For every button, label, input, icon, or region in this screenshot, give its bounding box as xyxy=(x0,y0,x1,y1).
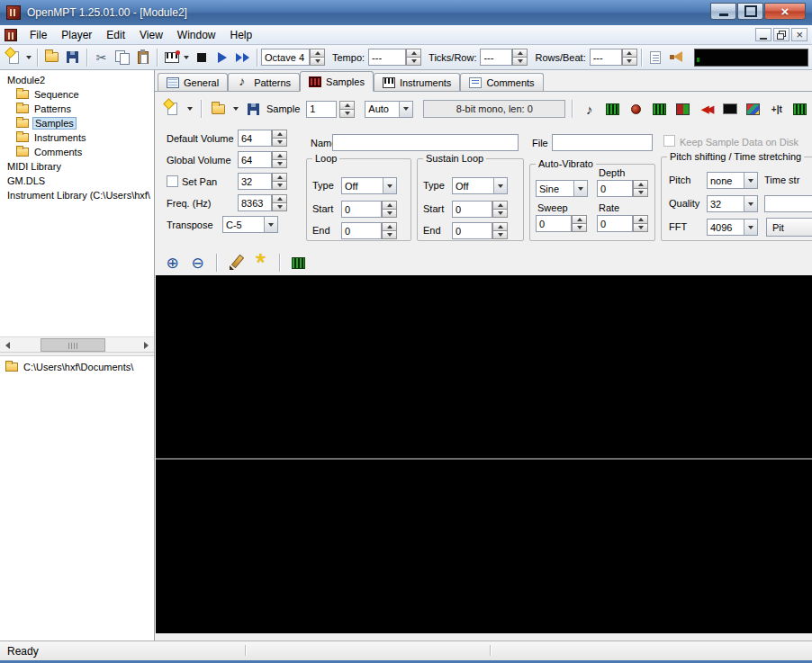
mix-button[interactable] xyxy=(672,99,693,120)
rewind-button[interactable] xyxy=(696,99,717,120)
draw-button[interactable] xyxy=(225,253,246,273)
set-pan-checkbox[interactable] xyxy=(167,175,178,187)
mdi-minimize-button[interactable] xyxy=(755,28,771,41)
rows-per-beat-spinner[interactable] xyxy=(622,49,637,66)
menu-file[interactable]: File xyxy=(23,26,54,44)
scroll-right-arrow[interactable] xyxy=(139,337,154,353)
vibrato-sweep-spinner[interactable] xyxy=(572,215,587,232)
menu-view[interactable]: View xyxy=(132,26,170,44)
cut-button[interactable] xyxy=(91,47,112,67)
open-sample-button[interactable] xyxy=(208,99,229,120)
sustain-type-select[interactable]: Off xyxy=(452,177,508,194)
sample-number-spinner[interactable] xyxy=(339,101,355,118)
quality-select[interactable]: 32 xyxy=(707,195,758,212)
vibrato-rate-input[interactable]: 0 xyxy=(597,215,633,232)
vibrato-depth-spinner[interactable] xyxy=(633,180,648,197)
pan-spinner[interactable] xyxy=(272,173,287,190)
mdi-document-icon[interactable] xyxy=(5,29,17,41)
mdi-close-button[interactable] xyxy=(791,28,807,41)
fft-select[interactable]: 4096 xyxy=(707,219,758,236)
global-volume-input[interactable]: 64 xyxy=(238,151,272,168)
loop-start-input[interactable]: 0 xyxy=(341,201,382,218)
tree-horizontal-scrollbar[interactable] xyxy=(0,336,154,352)
new-file-dropdown[interactable] xyxy=(24,47,33,67)
vibrato-rate-spinner[interactable] xyxy=(633,215,648,232)
tree-item-samples[interactable]: Samples xyxy=(0,116,153,130)
sample-number-input[interactable]: 1 xyxy=(306,101,337,118)
sample-file-input[interactable] xyxy=(552,134,653,151)
menu-help[interactable]: Help xyxy=(223,26,260,44)
vibrato-sweep-input[interactable]: 0 xyxy=(536,215,572,232)
pan-input[interactable]: 32 xyxy=(238,173,272,190)
pattern-grid-button[interactable] xyxy=(288,253,309,273)
global-volume-spinner[interactable] xyxy=(272,151,287,168)
record-button[interactable] xyxy=(626,99,646,120)
tree-item-instrument-library[interactable]: Instrument Library (C:\Users\hxf\ xyxy=(0,188,153,202)
midi-record-button[interactable] xyxy=(161,47,182,67)
sustain-end-spinner[interactable] xyxy=(492,222,508,239)
tree-item-instruments[interactable]: Instruments xyxy=(0,130,153,145)
document-button[interactable] xyxy=(645,47,666,67)
loop-type-select[interactable]: Off xyxy=(341,177,397,194)
frequency-spinner[interactable] xyxy=(272,194,287,211)
copy-button[interactable] xyxy=(112,47,132,67)
vibrato-depth-input[interactable]: 0 xyxy=(597,180,633,197)
save-sample-button[interactable] xyxy=(243,99,264,120)
ticks-per-row-input[interactable]: --- xyxy=(480,49,512,66)
pitch-select[interactable]: none xyxy=(707,172,758,189)
menu-player[interactable]: Player xyxy=(54,26,99,44)
sample-name-input[interactable] xyxy=(332,134,519,151)
new-sample-button[interactable] xyxy=(162,99,183,120)
rows-per-beat-input[interactable]: --- xyxy=(590,49,622,66)
tempo-spinner[interactable] xyxy=(406,49,421,66)
loop-end-input[interactable]: 0 xyxy=(341,222,382,239)
sustain-start-spinner[interactable] xyxy=(492,201,508,218)
loop-start-spinner[interactable] xyxy=(382,201,397,218)
sustain-end-input[interactable]: 0 xyxy=(452,222,492,239)
vibrato-type-select[interactable]: Sine xyxy=(536,180,588,197)
zoom-in-button[interactable] xyxy=(162,253,183,273)
tab-comments[interactable]: Comments xyxy=(460,73,543,91)
palette-button[interactable] xyxy=(743,99,763,120)
sustain-start-input[interactable]: 0 xyxy=(452,201,492,218)
scroll-left-arrow[interactable] xyxy=(0,337,15,353)
tab-samples[interactable]: Samples xyxy=(300,71,374,92)
tree-item-comments[interactable]: Comments xyxy=(0,145,153,159)
tree-item-midi-library[interactable]: MIDI Library xyxy=(0,159,153,174)
menu-window[interactable]: Window xyxy=(170,26,223,44)
pattern-view2-button[interactable] xyxy=(649,99,670,120)
tree-item-gm-dls[interactable]: GM.DLS xyxy=(0,174,153,188)
extra-button[interactable] xyxy=(789,99,810,120)
save-file-button[interactable] xyxy=(62,47,83,67)
browser-folder-item[interactable]: C:\Users\hxf\Documents\ xyxy=(0,360,154,374)
minimize-button[interactable] xyxy=(710,3,736,20)
paste-button[interactable] xyxy=(132,47,153,67)
frequency-input[interactable]: 8363 xyxy=(238,194,272,211)
octave-spinner[interactable] xyxy=(310,49,325,66)
mdi-restore-button[interactable] xyxy=(773,28,789,41)
generate-button[interactable] xyxy=(250,253,271,273)
tab-general[interactable]: General xyxy=(158,73,228,91)
menu-edit[interactable]: Edit xyxy=(99,26,132,44)
ticks-per-row-spinner[interactable] xyxy=(512,49,528,66)
loop-end-spinner[interactable] xyxy=(382,222,397,239)
pattern-view-button[interactable] xyxy=(602,99,623,120)
zoom-select[interactable]: Auto xyxy=(365,101,413,118)
play-button[interactable] xyxy=(212,47,232,67)
maximize-button[interactable] xyxy=(737,3,763,20)
tree-item-module[interactable]: Module2 xyxy=(0,73,153,87)
new-sample-dropdown[interactable] xyxy=(185,99,194,120)
scroll-thumb[interactable] xyxy=(41,338,105,352)
screen-button[interactable] xyxy=(719,99,740,120)
open-file-button[interactable] xyxy=(41,47,62,67)
timestretch-button[interactable] xyxy=(766,99,787,120)
play-pattern-button[interactable] xyxy=(232,47,253,67)
stop-button[interactable] xyxy=(191,47,212,67)
default-volume-input[interactable]: 64 xyxy=(238,130,272,147)
tab-instruments[interactable]: Instruments xyxy=(374,73,460,91)
tab-patterns[interactable]: Patterns xyxy=(228,73,300,91)
default-volume-spinner[interactable] xyxy=(272,130,287,147)
tree-item-sequence[interactable]: Sequence xyxy=(0,87,153,102)
octave-input[interactable]: Octave 4 xyxy=(261,49,310,66)
sample-waveform-view[interactable] xyxy=(156,275,812,633)
